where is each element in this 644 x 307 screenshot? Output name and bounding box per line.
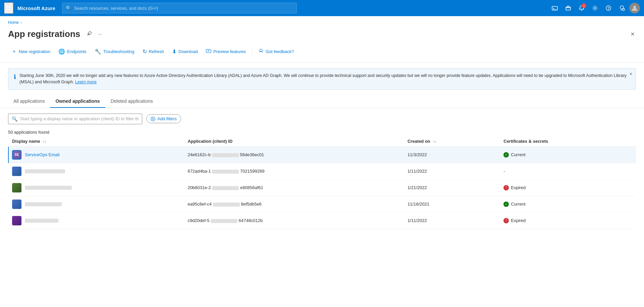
col-app-id: Application (client) ID bbox=[183, 136, 403, 147]
app-id-blurred bbox=[212, 170, 239, 174]
refresh-button[interactable]: ↻ Refresh bbox=[139, 46, 168, 57]
new-registration-button[interactable]: ＋ New registration bbox=[8, 46, 54, 57]
status-icon-current: ✓ bbox=[503, 202, 509, 207]
table-cell-certs: - bbox=[499, 163, 636, 179]
refresh-icon: ↻ bbox=[143, 48, 147, 55]
banner-text: Starting June 30th, 2020 we will no long… bbox=[19, 73, 630, 85]
table-cell-created: 11/18/2021 bbox=[404, 196, 499, 212]
table-body: SE ServiceOps Email 24e6162c-b 56de36ec0… bbox=[8, 146, 636, 229]
preview-features-button[interactable]: Preview features bbox=[203, 46, 249, 57]
sort-icon-created: ↑↓ bbox=[433, 139, 436, 143]
app-name-blurred bbox=[25, 169, 65, 173]
table-row[interactable]: SE ServiceOps Email 24e6162c-b 56de36ec0… bbox=[8, 146, 636, 163]
table-cell-appid: c9d20def-5 64748c012b bbox=[183, 212, 403, 229]
toolbar-divider bbox=[252, 48, 252, 55]
notifications-icon[interactable]: 1 bbox=[576, 2, 588, 14]
tab-owned-applications[interactable]: Owned applications bbox=[50, 95, 105, 108]
app-name-blurred bbox=[25, 202, 62, 206]
table-cell-name[interactable] bbox=[8, 212, 183, 229]
close-button[interactable]: × bbox=[629, 29, 636, 39]
col-created-on[interactable]: Created on ↑↓ bbox=[404, 136, 499, 147]
table-row[interactable]: 672ad4ba-1 7021599289 1/11/2022 - bbox=[8, 163, 636, 179]
table-row[interactable]: 20b6031e-2 e80856af61 1/21/2022 ! Expire… bbox=[8, 179, 636, 196]
endpoints-button[interactable]: 🌐 Endpoints bbox=[55, 46, 90, 57]
app-name-blurred bbox=[25, 186, 72, 190]
avatar[interactable] bbox=[629, 3, 640, 13]
table-cell-created: 11/3/2022 bbox=[404, 146, 499, 163]
settings-icon[interactable] bbox=[589, 2, 601, 14]
search-input[interactable] bbox=[74, 6, 293, 11]
table-cell-certs: ! Expired bbox=[499, 212, 636, 229]
add-filters-label: Add filters bbox=[157, 116, 177, 121]
table-cell-name[interactable] bbox=[8, 179, 183, 196]
app-id-blurred bbox=[211, 219, 237, 223]
app-id-blurred bbox=[213, 203, 240, 207]
filter-input[interactable] bbox=[20, 116, 139, 121]
directory-icon[interactable] bbox=[562, 2, 574, 14]
app-avatar bbox=[12, 200, 21, 209]
filter-search-icon: 🔍 bbox=[12, 116, 17, 122]
applications-table: Display name ↑↓ Application (client) ID … bbox=[8, 136, 636, 229]
app-name-blurred bbox=[25, 219, 58, 223]
status-icon-current: ✓ bbox=[503, 152, 509, 158]
table-row[interactable]: ea95c8ef-c4 8ef5db5e6 11/18/2021 ✓ Curre… bbox=[8, 196, 636, 212]
table-cell-name[interactable] bbox=[8, 163, 183, 179]
pin-icon[interactable] bbox=[86, 30, 94, 39]
table-cell-name[interactable]: SE ServiceOps Email bbox=[8, 146, 183, 163]
results-count: 50 applications found bbox=[0, 127, 644, 136]
app-id-middle-blurred bbox=[212, 153, 239, 157]
app-id-prefix: 24e6162c-b bbox=[187, 152, 211, 157]
info-banner: ℹ Starting June 30th, 2020 we will no lo… bbox=[8, 68, 636, 90]
svg-rect-9 bbox=[206, 49, 211, 53]
table-cell-certs: ✓ Current bbox=[499, 146, 636, 163]
hamburger-menu[interactable]: ☰ bbox=[4, 2, 13, 14]
table-cell-appid: 20b6031e-2 e80856af61 bbox=[183, 179, 403, 196]
table-row[interactable]: c9d20def-5 64748c012b 1/11/2022 ! Expire… bbox=[8, 212, 636, 229]
col-certs: Certificates & secrets bbox=[499, 136, 636, 147]
notification-badge: 1 bbox=[582, 3, 586, 8]
feedback-icon bbox=[258, 48, 264, 55]
more-options-icon[interactable]: ··· bbox=[96, 30, 103, 39]
wrench-icon: 🔧 bbox=[95, 48, 101, 55]
breadcrumb-separator: › bbox=[21, 21, 22, 25]
feedback-icon[interactable] bbox=[616, 2, 628, 14]
main-content: Home › App registrations ··· × ＋ New reg… bbox=[0, 16, 644, 307]
svg-text:?: ? bbox=[607, 6, 610, 10]
plus-icon: ＋ bbox=[11, 48, 17, 55]
col-display-name[interactable]: Display name ↑↓ bbox=[8, 136, 183, 147]
tab-all-applications[interactable]: All applications bbox=[8, 95, 50, 108]
page-title: App registrations bbox=[8, 29, 80, 39]
table-cell-name[interactable] bbox=[8, 196, 183, 212]
table-cell-certs: ✓ Current bbox=[499, 196, 636, 212]
svg-point-3 bbox=[594, 7, 596, 9]
app-name-link[interactable]: ServiceOps Email bbox=[25, 152, 59, 157]
app-id-suffix: 56de36ec01 bbox=[240, 152, 264, 157]
status-label: Expired bbox=[511, 185, 526, 190]
app-avatar: SE bbox=[12, 150, 21, 160]
learn-more-link[interactable]: Learn more bbox=[75, 80, 97, 84]
topbar: ☰ Microsoft Azure 🔍 1 ? bbox=[0, 0, 644, 16]
breadcrumb: Home › bbox=[0, 16, 644, 26]
brand-name: Microsoft Azure bbox=[17, 5, 55, 11]
help-icon[interactable]: ? bbox=[602, 2, 614, 14]
table-cell-appid: ea95c8ef-c4 8ef5db5e6 bbox=[183, 196, 403, 212]
table-cell-created: 1/21/2022 bbox=[404, 179, 499, 196]
troubleshooting-button[interactable]: 🔧 Troubleshooting bbox=[91, 46, 138, 57]
svg-point-7 bbox=[623, 8, 625, 10]
filter-search-box: 🔍 bbox=[8, 114, 142, 124]
add-filters-button[interactable]: Add filters bbox=[146, 114, 181, 123]
search-row: 🔍 Add filters bbox=[0, 108, 644, 127]
banner-close-button[interactable]: × bbox=[630, 71, 632, 77]
status-label: Expired bbox=[511, 218, 526, 223]
feedback-button[interactable]: Got feedback? bbox=[255, 46, 298, 57]
download-button[interactable]: ⬇ Download bbox=[169, 46, 201, 57]
table-cell-appid: 24e6162c-b 56de36ec01 bbox=[183, 146, 403, 163]
app-avatar bbox=[12, 216, 21, 225]
preview-icon bbox=[206, 48, 211, 55]
breadcrumb-home[interactable]: Home bbox=[8, 20, 19, 25]
tab-deleted-applications[interactable]: Deleted applications bbox=[105, 95, 158, 108]
cloud-shell-icon[interactable] bbox=[549, 2, 561, 14]
info-icon: ℹ bbox=[14, 73, 16, 81]
toolbar: ＋ New registration 🌐 Endpoints 🔧 Trouble… bbox=[0, 45, 644, 63]
app-avatar bbox=[12, 167, 21, 176]
